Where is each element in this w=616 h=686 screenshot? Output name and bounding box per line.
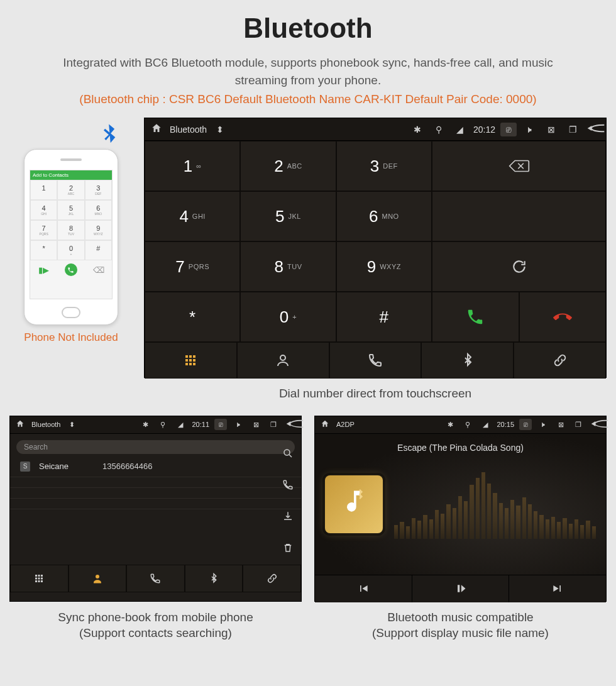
visualizer — [394, 470, 596, 539]
bt-status-icon: ✱ — [139, 421, 151, 429]
key-8[interactable]: 8TUV — [240, 241, 336, 292]
hangup-button[interactable] — [519, 292, 606, 342]
phone-key[interactable]: 0+ — [57, 240, 84, 260]
screenshot-icon[interactable]: ⎚ — [519, 419, 532, 430]
phone-mock: Add to Contacts 12ABC3DEF4GHI5JKL6MNO7PQ… — [24, 149, 118, 325]
wifi-status-icon: ◢ — [479, 421, 492, 429]
home-icon[interactable] — [148, 123, 165, 136]
status-title: Bluetooth — [170, 124, 207, 135]
nav-contacts[interactable] — [69, 565, 127, 592]
phone-key[interactable]: 2ABC — [57, 180, 84, 200]
nav-pair[interactable] — [514, 342, 606, 379]
back-icon[interactable] — [590, 419, 602, 430]
phone-key[interactable]: 6MNO — [85, 200, 112, 220]
usb-icon: ⬍ — [212, 124, 228, 135]
recents-icon[interactable]: ❐ — [564, 124, 581, 135]
status-bar: Bluetooth ⬍ ✱ ⚲ ◢ 20:12 ⎚ 🕨 ⊠ ❐ — [145, 118, 606, 141]
recents-icon[interactable]: ❐ — [572, 421, 585, 429]
next-button[interactable] — [509, 575, 606, 602]
dialer-keypad: 1∞ 2ABC 3DEF 4GHI 5JKL 6MNO 7PQRS 8TUV 9… — [145, 141, 606, 342]
phone-key[interactable]: # — [85, 240, 112, 260]
clock: 20:11 — [192, 421, 209, 428]
wifi-status-icon: ◢ — [452, 124, 468, 135]
search-icon[interactable] — [282, 448, 294, 462]
dialer-caption: Dial number direct from touchscreen — [144, 385, 607, 402]
dial-icon[interactable] — [282, 479, 294, 493]
nav-recent[interactable] — [126, 565, 185, 592]
bottom-nav-pb — [10, 565, 301, 592]
album-art — [325, 475, 383, 533]
phone-key[interactable]: 9WXYZ — [85, 220, 112, 240]
redial-key[interactable] — [432, 241, 606, 292]
close-icon[interactable]: ⊠ — [543, 124, 559, 135]
status-bar-music: A2DP ✱ ⚲ ◢ 20:15 ⎚ 🕨 ⊠ ❐ — [315, 416, 606, 434]
key-hash[interactable]: # — [336, 292, 432, 342]
blank-key — [432, 191, 606, 241]
contact-row[interactable]: S Seicane 13566664466 — [10, 456, 301, 477]
recents-icon[interactable]: ❐ — [267, 421, 280, 429]
phone-key[interactable]: 8TUV — [57, 220, 84, 240]
contact-number: 13566664466 — [102, 462, 153, 471]
back-icon[interactable] — [586, 123, 602, 135]
nav-keypad[interactable] — [10, 565, 69, 592]
search-input[interactable]: Search — [16, 440, 295, 454]
phone-call-button[interactable] — [65, 263, 77, 276]
nav-recent[interactable] — [329, 342, 422, 379]
nav-bluetooth[interactable] — [421, 342, 514, 379]
phone-key[interactable]: 1 — [30, 180, 57, 200]
delete-icon[interactable] — [282, 542, 294, 556]
bluetooth-icon — [96, 119, 124, 155]
contact-name: Seicane — [39, 462, 69, 471]
phone-key[interactable]: 3DEF — [85, 180, 112, 200]
home-icon[interactable] — [319, 419, 331, 429]
screenshot-icon[interactable]: ⎚ — [214, 419, 227, 430]
prev-button[interactable] — [315, 575, 412, 602]
key-2[interactable]: 2ABC — [240, 141, 336, 191]
download-icon[interactable] — [282, 511, 294, 524]
key-star[interactable]: * — [145, 292, 240, 342]
svg-point-0 — [284, 450, 290, 455]
key-6[interactable]: 6MNO — [336, 191, 432, 241]
play-pause-button[interactable] — [412, 575, 510, 602]
close-icon[interactable]: ⊠ — [250, 421, 262, 429]
contact-row-empty — [10, 477, 301, 488]
call-button[interactable] — [432, 292, 519, 342]
page-subtitle: Integrated with BC6 Bluetooth module, su… — [38, 54, 578, 89]
key-3[interactable]: 3DEF — [336, 141, 432, 191]
key-7[interactable]: 7PQRS — [145, 241, 240, 292]
volume-icon[interactable]: 🕨 — [537, 421, 549, 428]
nav-contacts[interactable] — [237, 342, 329, 379]
phone-key[interactable]: 7PQRS — [30, 220, 57, 240]
phone-key[interactable]: 5JKL — [57, 200, 84, 220]
music-note-icon — [340, 487, 368, 521]
clock: 20:12 — [473, 124, 495, 135]
nav-bluetooth[interactable] — [185, 565, 243, 592]
screenshot-icon[interactable]: ⎚ — [500, 123, 517, 136]
key-1[interactable]: 1∞ — [145, 141, 240, 191]
wifi-status-icon: ◢ — [174, 421, 187, 429]
phone-header: Add to Contacts — [30, 170, 112, 180]
page-title: Bluetooth — [9, 13, 607, 44]
key-0[interactable]: 0+ — [240, 292, 336, 342]
dialer-screenshot: Bluetooth ⬍ ✱ ⚲ ◢ 20:12 ⎚ 🕨 ⊠ ❐ 1∞ 2ABC — [144, 118, 607, 402]
phone-key[interactable]: * — [30, 240, 57, 260]
volume-icon[interactable]: 🕨 — [232, 421, 245, 428]
back-icon[interactable] — [285, 419, 297, 430]
key-9[interactable]: 9WXYZ — [336, 241, 432, 292]
close-icon[interactable]: ⊠ — [554, 421, 567, 429]
clock: 20:15 — [497, 421, 514, 428]
backspace-key[interactable] — [432, 141, 606, 191]
nav-keypad[interactable] — [145, 342, 237, 379]
nav-pair[interactable] — [243, 565, 301, 592]
contact-initial: S — [20, 462, 30, 472]
volume-icon[interactable]: 🕨 — [522, 124, 538, 135]
bluetooth-spec: (Bluetooth chip : CSR BC6 Default Blueto… — [9, 92, 607, 106]
home-icon[interactable] — [14, 419, 26, 429]
key-4[interactable]: 4GHI — [145, 191, 240, 241]
status-bar-pb: Bluetooth ⬍ ✱ ⚲ ◢ 20:11 ⎚ 🕨 ⊠ ❐ — [10, 416, 301, 434]
bottom-nav — [145, 342, 606, 379]
bt-status-icon: ✱ — [444, 421, 456, 429]
key-5[interactable]: 5JKL — [240, 191, 336, 241]
status-title: A2DP — [336, 421, 355, 428]
phone-key[interactable]: 4GHI — [30, 200, 57, 220]
